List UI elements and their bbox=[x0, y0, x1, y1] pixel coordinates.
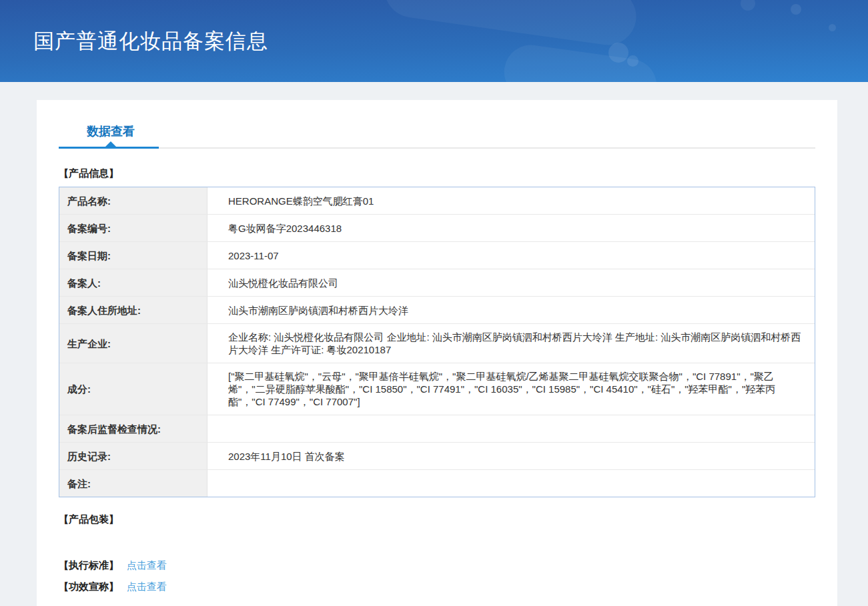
tab-data-view[interactable]: 数据查看 bbox=[87, 123, 135, 139]
row-label: 产品名称: bbox=[59, 187, 207, 214]
tab-bar: 数据查看 bbox=[59, 123, 815, 149]
header-decoration-dot bbox=[627, 55, 638, 67]
header-decoration-dot bbox=[829, 24, 836, 31]
page-header: 国产普通化妆品备案信息 bbox=[0, 0, 868, 82]
row-label: 备案后监督检查情况: bbox=[59, 415, 207, 442]
table-row: 备案人住所地址: 汕头市潮南区胪岗镇泗和村桥西片大坽洋 bbox=[59, 297, 815, 324]
row-value: 粤G妆网备字2023446318 bbox=[207, 215, 815, 241]
table-row: 历史记录: 2023年11月10日 首次备案 bbox=[59, 443, 815, 470]
row-value: 2023-11-07 bbox=[207, 242, 815, 269]
table-row: 备注: bbox=[59, 470, 815, 497]
efficacy-claim-view-link[interactable]: 点击查看 bbox=[127, 581, 167, 593]
row-label: 备案人住所地址: bbox=[59, 297, 207, 323]
page-title: 国产普通化妆品备案信息 bbox=[33, 27, 268, 55]
table-row: 成分: ["聚二甲基硅氧烷"，"云母"，"聚甲基倍半硅氧烷"，"聚二甲基硅氧烷/… bbox=[59, 363, 815, 415]
row-value: 企业名称: 汕头悦橙化妆品有限公司 企业地址: 汕头市潮南区胪岗镇泗和村桥西片大… bbox=[207, 324, 815, 363]
header-decoration-dot bbox=[608, 43, 628, 63]
row-label: 备注: bbox=[59, 470, 207, 497]
row-label: 备案日期: bbox=[59, 242, 207, 269]
row-label: 生产企业: bbox=[59, 324, 207, 363]
product-info-table: 产品名称: HERORANGE蝶韵空气腮红膏01 备案编号: 粤G妆网备字202… bbox=[59, 187, 815, 497]
exec-standard-row: 【执行标准】 点击查看 bbox=[59, 559, 815, 572]
efficacy-claim-row: 【功效宣称】 点击查看 bbox=[59, 581, 815, 593]
section-title-product-info: 【产品信息】 bbox=[59, 167, 815, 180]
tab-active-indicator bbox=[59, 147, 159, 149]
exec-standard-view-link[interactable]: 点击查看 bbox=[127, 559, 167, 572]
exec-standard-label: 【执行标准】 bbox=[59, 559, 119, 572]
content-card: 数据查看 【产品信息】 产品名称: HERORANGE蝶韵空气腮红膏01 备案编… bbox=[37, 100, 837, 606]
header-decoration bbox=[381, 0, 640, 49]
table-row: 生产企业: 企业名称: 汕头悦橙化妆品有限公司 企业地址: 汕头市潮南区胪岗镇泗… bbox=[59, 324, 815, 363]
row-value: HERORANGE蝶韵空气腮红膏01 bbox=[207, 187, 815, 214]
row-value bbox=[207, 470, 815, 497]
row-value bbox=[207, 415, 815, 442]
table-row: 产品名称: HERORANGE蝶韵空气腮红膏01 bbox=[59, 187, 815, 215]
row-value: 2023年11月10日 首次备案 bbox=[207, 443, 815, 469]
row-label: 历史记录: bbox=[59, 443, 207, 469]
table-row: 备案人: 汕头悦橙化妆品有限公司 bbox=[59, 269, 815, 297]
row-value: 汕头市潮南区胪岗镇泗和村桥西片大坽洋 bbox=[207, 297, 815, 323]
header-decoration-dot bbox=[741, 0, 755, 11]
section-title-product-package: 【产品包装】 bbox=[59, 513, 815, 526]
efficacy-claim-label: 【功效宣称】 bbox=[59, 581, 119, 593]
table-row: 备案日期: 2023-11-07 bbox=[59, 242, 815, 269]
row-value: 汕头悦橙化妆品有限公司 bbox=[207, 269, 815, 296]
tab-pointer-triangle bbox=[105, 141, 116, 147]
table-row: 备案编号: 粤G妆网备字2023446318 bbox=[59, 215, 815, 242]
row-value: ["聚二甲基硅氧烷"，"云母"，"聚甲基倍半硅氧烷"，"聚二甲基硅氧烷/乙烯基聚… bbox=[207, 363, 815, 415]
row-label: 成分: bbox=[59, 363, 207, 415]
header-decoration-dot bbox=[791, 4, 801, 15]
row-label: 备案编号: bbox=[59, 215, 207, 241]
table-row: 备案后监督检查情况: bbox=[59, 415, 815, 443]
row-label: 备案人: bbox=[59, 269, 207, 296]
